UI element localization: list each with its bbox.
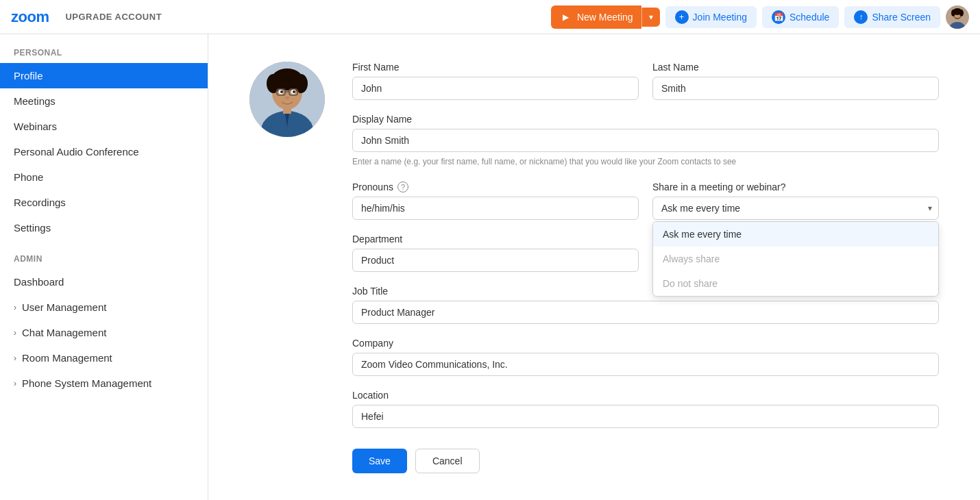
main-layout: PERSONAL Profile Meetings Webinars Perso… — [0, 34, 980, 500]
dropdown-item-always[interactable]: Always share — [653, 247, 938, 271]
display-name-hint: Enter a name (e.g. your first name, full… — [352, 156, 939, 168]
sidebar-item-label: Dashboard — [14, 276, 64, 288]
company-input[interactable] — [352, 353, 939, 376]
job-title-input[interactable] — [352, 301, 939, 324]
dropdown-item-ask[interactable]: Ask me every time — [653, 222, 938, 247]
form-actions: Save Cancel — [352, 449, 939, 473]
sidebar-item-chat-management[interactable]: › Chat Management — [0, 320, 208, 345]
chevron-right-icon: › — [14, 303, 16, 312]
share-group: Share in a meeting or webinar? Ask me ev… — [652, 182, 939, 220]
admin-section: ADMIN Dashboard › User Management › Chat… — [0, 254, 208, 396]
sidebar-item-label: Phone — [14, 171, 43, 183]
schedule-icon: 📅 — [772, 10, 785, 24]
sidebar-item-meetings[interactable]: Meetings — [0, 88, 208, 114]
sidebar: PERSONAL Profile Meetings Webinars Perso… — [0, 34, 208, 500]
display-name-input[interactable] — [352, 129, 939, 152]
sidebar-item-label: Room Management — [22, 352, 112, 364]
sidebar-item-dashboard[interactable]: Dashboard — [0, 269, 208, 295]
pronouns-input[interactable] — [352, 197, 639, 220]
dropdown-item-never[interactable]: Do not share — [653, 271, 938, 296]
new-meeting-label: New Meeting — [577, 12, 633, 23]
display-name-section: Display Name Enter a name (e.g. your fir… — [352, 114, 939, 168]
location-input[interactable] — [352, 405, 939, 428]
join-meeting-icon: + — [675, 10, 689, 24]
display-name-group: Display Name Enter a name (e.g. your fir… — [352, 114, 939, 168]
department-input[interactable] — [352, 249, 639, 272]
chevron-right-icon: › — [14, 328, 16, 338]
personal-section-label: PERSONAL — [0, 48, 208, 63]
sidebar-item-settings[interactable]: Settings — [0, 215, 208, 240]
share-select[interactable]: Ask me every time Always share Do not sh… — [652, 197, 939, 220]
first-name-group: First Name — [352, 62, 639, 100]
sidebar-item-label: Recordings — [14, 197, 66, 208]
user-avatar[interactable] — [946, 5, 969, 29]
svg-point-5 — [951, 10, 955, 16]
avatar-image — [946, 5, 969, 29]
last-name-group: Last Name — [652, 62, 939, 100]
schedule-label: Schedule — [789, 12, 829, 23]
last-name-input[interactable] — [652, 77, 939, 100]
sidebar-item-phone[interactable]: Phone — [0, 164, 208, 190]
sidebar-item-recordings[interactable]: Recordings — [0, 190, 208, 215]
pronouns-info-icon[interactable]: ? — [397, 182, 408, 192]
location-label: Location — [352, 390, 939, 401]
sidebar-item-phone-system[interactable]: › Phone System Management — [0, 371, 208, 396]
company-group: Company — [352, 338, 939, 376]
sidebar-item-user-management[interactable]: › User Management — [0, 295, 208, 320]
save-button[interactable]: Save — [352, 449, 407, 473]
sidebar-item-label: Profile — [14, 70, 43, 82]
share-select-wrapper: Ask me every time Always share Do not sh… — [652, 197, 939, 220]
sidebar-item-label: User Management — [22, 301, 106, 313]
chevron-right-icon: › — [14, 379, 16, 388]
first-name-label: First Name — [352, 62, 639, 73]
svg-point-21 — [293, 90, 295, 93]
new-meeting-icon: ▶ — [559, 10, 573, 24]
admin-section-label: ADMIN — [0, 254, 208, 269]
sidebar-item-room-management[interactable]: › Room Management — [0, 345, 208, 371]
first-name-input[interactable] — [352, 77, 639, 100]
sidebar-item-profile[interactable]: Profile — [0, 63, 208, 88]
location-group: Location — [352, 390, 939, 428]
department-group: Department — [352, 234, 639, 272]
sidebar-item-label: Settings — [14, 222, 51, 234]
sidebar-item-label: Phone System Management — [22, 377, 151, 389]
schedule-button[interactable]: 📅 Schedule — [762, 6, 839, 28]
share-screen-icon: ↑ — [854, 10, 868, 24]
profile-header: First Name Last Name Display Name Enter … — [249, 62, 939, 473]
location-section: Location — [352, 390, 939, 428]
share-screen-button[interactable]: ↑ Share Screen — [844, 6, 940, 28]
new-meeting-dropdown-button[interactable]: ▾ — [641, 8, 660, 27]
profile-avatar-image — [249, 62, 325, 137]
cancel-button[interactable]: Cancel — [415, 449, 480, 473]
sidebar-item-label: Personal Audio Conference — [14, 146, 139, 158]
display-name-label: Display Name — [352, 114, 939, 125]
zoom-logo: zoom — [11, 8, 49, 26]
company-section: Company — [352, 338, 939, 376]
sidebar-item-personal-audio[interactable]: Personal Audio Conference — [0, 139, 208, 164]
sidebar-item-label: Chat Management — [22, 327, 106, 338]
sidebar-item-webinars[interactable]: Webinars — [0, 114, 208, 139]
join-meeting-label: Join Meeting — [693, 12, 747, 23]
department-label: Department — [352, 234, 639, 245]
new-meeting-button[interactable]: ▶ New Meeting — [551, 5, 641, 29]
logo[interactable]: zoom — [11, 8, 49, 26]
company-label: Company — [352, 338, 939, 349]
join-meeting-button[interactable]: + Join Meeting — [665, 6, 757, 28]
main-content: First Name Last Name Display Name Enter … — [208, 34, 980, 500]
svg-point-17 — [291, 73, 302, 83]
name-row: First Name Last Name — [352, 62, 939, 100]
share-dropdown-menu: Ask me every time Always share Do not sh… — [652, 221, 939, 297]
header-actions: ▶ New Meeting ▾ + Join Meeting 📅 Schedul… — [551, 5, 969, 29]
svg-point-27 — [285, 97, 289, 99]
chevron-right-icon: › — [14, 353, 16, 363]
profile-form: First Name Last Name Display Name Enter … — [352, 62, 939, 473]
pronouns-label: Pronouns — [352, 182, 393, 192]
share-screen-label: Share Screen — [872, 12, 931, 23]
last-name-label: Last Name — [652, 62, 939, 73]
pronouns-share-row: Pronouns ? Share in a meeting or webinar… — [352, 182, 939, 220]
svg-point-6 — [959, 10, 964, 16]
sidebar-item-label: Webinars — [14, 121, 57, 132]
new-meeting-group: ▶ New Meeting ▾ — [551, 5, 660, 29]
upgrade-account-link[interactable]: UPGRADE ACCOUNT — [65, 12, 162, 22]
profile-avatar[interactable] — [249, 62, 325, 137]
